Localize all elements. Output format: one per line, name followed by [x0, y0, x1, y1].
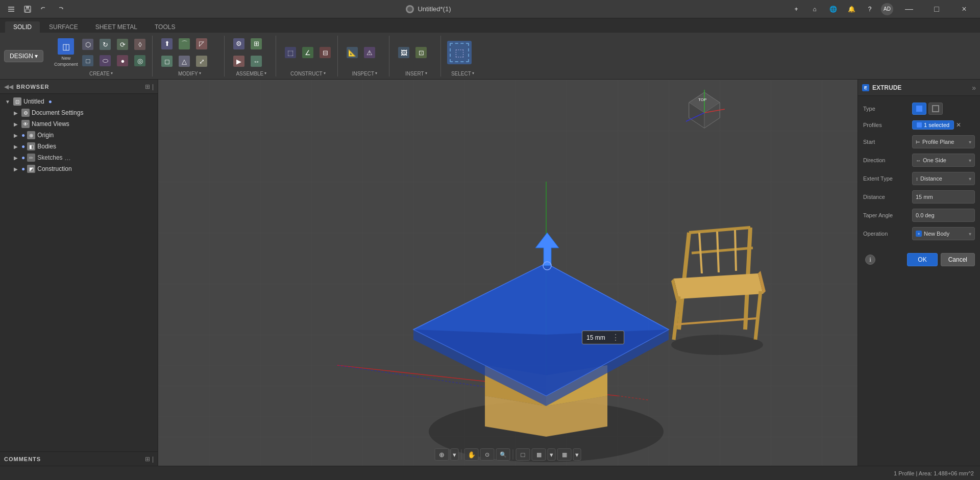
cylinder-btn[interactable]: ⬭: [97, 53, 113, 68]
cancel-button[interactable]: Cancel: [941, 253, 975, 266]
3d-scene[interactable]: [158, 80, 857, 466]
tab-solid[interactable]: SOLID: [5, 21, 40, 33]
midplane-btn[interactable]: ⊟: [317, 45, 333, 60]
tab-surface[interactable]: SURFACE: [41, 21, 86, 33]
orbit-btn[interactable]: ✋: [464, 448, 479, 461]
root-eye-icon[interactable]: ●: [48, 98, 52, 105]
zoom-btn[interactable]: 🔍: [496, 448, 510, 461]
tree-arrow-bodies[interactable]: ▶: [12, 143, 19, 150]
measure-input[interactable]: [586, 334, 609, 341]
tree-item-construction[interactable]: ▶ ● ◩ Construction: [0, 163, 158, 174]
distance-input[interactable]: 15 mm: [912, 190, 975, 204]
joint-btn[interactable]: ⚙: [231, 36, 247, 52]
tab-sheet-metal[interactable]: SHEET METAL: [87, 21, 145, 33]
measure-btn[interactable]: 📐: [344, 45, 360, 60]
nav-cube[interactable]: TOP: [684, 90, 725, 131]
home-view-dropdown[interactable]: ▾: [451, 448, 459, 461]
tree-item-root[interactable]: ▼ ⊡ Untitled ●: [0, 96, 158, 107]
press-pull-btn[interactable]: ⬆: [159, 36, 175, 52]
modify-expand[interactable]: ▾: [199, 71, 201, 75]
notification-btn[interactable]: 🔔: [844, 2, 859, 16]
inspect-expand[interactable]: ▾: [375, 71, 377, 75]
draft-btn[interactable]: △: [176, 54, 192, 69]
home-btn[interactable]: ⌂: [807, 2, 822, 16]
undo-btn[interactable]: [37, 2, 51, 16]
effects-dropdown[interactable]: ▾: [573, 448, 581, 461]
tree-arrow-origin[interactable]: ▶: [12, 132, 19, 139]
tab-tools[interactable]: TOOLS: [146, 21, 183, 33]
tree-item-doc-settings[interactable]: ▶ ⚙ Document Settings: [0, 107, 158, 118]
tree-arrow-views[interactable]: ▶: [12, 120, 19, 128]
tree-item-bodies[interactable]: ▶ ● ◧ Bodies: [0, 141, 158, 152]
new-tab-btn[interactable]: +: [789, 2, 803, 16]
select-tool-btn[interactable]: ⬚: [447, 41, 472, 64]
assemble-expand[interactable]: ▾: [264, 71, 266, 75]
extrude-btn[interactable]: ⬡: [80, 37, 96, 52]
grid-btn[interactable]: ▦: [532, 448, 546, 461]
scale-btn[interactable]: ⤢: [193, 54, 210, 69]
select-expand[interactable]: ▾: [472, 71, 474, 75]
motion-btn[interactable]: ↔: [248, 54, 264, 69]
browser-filter-btn[interactable]: ⊞: [145, 83, 150, 90]
decal-btn[interactable]: ⊡: [413, 45, 429, 60]
profiles-clear-btn[interactable]: ✕: [956, 121, 961, 129]
loft-btn[interactable]: ◊: [132, 37, 148, 52]
save-btn[interactable]: [20, 2, 35, 16]
sweep-btn[interactable]: ⟳: [114, 37, 131, 52]
extrude-collapse-btn[interactable]: »: [972, 84, 976, 92]
redo-btn[interactable]: [53, 2, 67, 16]
viewport[interactable]: .blue-shape-svg { position: absolute; to…: [158, 80, 857, 466]
tree-arrow-doc[interactable]: ▶: [12, 109, 19, 116]
drive-btn[interactable]: ▶: [231, 54, 247, 69]
type-solid-btn[interactable]: [912, 103, 926, 115]
home-view-btn[interactable]: ⊕: [435, 448, 449, 461]
minimize-btn[interactable]: —: [897, 0, 921, 18]
browser-collapse-btn[interactable]: ◀◀: [4, 83, 13, 90]
comments-expand-btn[interactable]: ⊞: [145, 456, 150, 463]
angle-plane-btn[interactable]: ∠: [300, 45, 316, 60]
measure-more-btn[interactable]: ⋮: [611, 333, 620, 342]
direction-dropdown[interactable]: ↔ One Side ▾: [912, 154, 975, 167]
bodies-eye-icon[interactable]: ●: [21, 143, 25, 150]
construct-expand[interactable]: ▾: [324, 71, 326, 75]
sketches-eye-icon[interactable]: ●: [21, 154, 25, 161]
tree-arrow-root[interactable]: ▼: [4, 98, 11, 105]
tree-arrow-construction[interactable]: ▶: [12, 165, 19, 172]
operation-dropdown[interactable]: + New Body ▾: [912, 227, 975, 240]
comments-settings-btn[interactable]: |: [152, 456, 154, 463]
type-thin-btn[interactable]: [928, 103, 943, 115]
fillet-btn[interactable]: ⌒: [176, 36, 192, 52]
design-button[interactable]: DESIGN ▾: [4, 50, 43, 62]
tree-item-named-views[interactable]: ▶ 👁 Named Views: [0, 118, 158, 130]
new-component-btn[interactable]: ◫ New Component: [54, 36, 78, 69]
tree-arrow-sketches[interactable]: ▶: [12, 154, 19, 161]
interference-btn[interactable]: ⚠: [361, 45, 378, 60]
origin-eye-icon[interactable]: ●: [21, 132, 25, 139]
construction-eye-icon[interactable]: ●: [21, 165, 25, 172]
box-btn[interactable]: □: [80, 53, 96, 68]
rigid-btn[interactable]: ⊞: [248, 36, 264, 52]
create-expand[interactable]: ▾: [111, 71, 113, 75]
display-mode-btn[interactable]: □: [516, 448, 530, 461]
start-dropdown[interactable]: ⊢ Profile Plane ▾: [912, 135, 975, 148]
shell-btn[interactable]: ◻: [159, 54, 175, 69]
maximize-btn[interactable]: □: [925, 0, 948, 18]
grid-dropdown[interactable]: ▾: [548, 448, 556, 461]
ok-button[interactable]: OK: [907, 253, 937, 266]
offset-plane-btn[interactable]: ⬚: [282, 45, 299, 60]
network-btn[interactable]: 🌐: [826, 2, 840, 16]
chamfer-btn[interactable]: ◸: [193, 36, 210, 52]
insert-expand[interactable]: ▾: [425, 71, 427, 75]
extent-type-dropdown[interactable]: ↕ Distance ▾: [912, 172, 975, 185]
tree-item-sketches[interactable]: ▶ ● ✏ Sketches ...: [0, 152, 158, 163]
zoom-fit-btn[interactable]: ⊙: [480, 448, 495, 461]
sphere-btn[interactable]: ●: [114, 53, 131, 68]
help-btn[interactable]: ?: [863, 2, 877, 16]
profiles-selected-badge[interactable]: 1 selected: [912, 120, 954, 130]
torus-btn[interactable]: ◎: [132, 53, 148, 68]
taper-input[interactable]: 0.0 deg: [912, 209, 975, 222]
app-menu-btn[interactable]: [4, 2, 18, 16]
revolve-btn[interactable]: ↻: [97, 37, 113, 52]
tree-item-origin[interactable]: ▶ ● ⊕ Origin: [0, 130, 158, 141]
effects-btn[interactable]: ▦: [557, 448, 572, 461]
